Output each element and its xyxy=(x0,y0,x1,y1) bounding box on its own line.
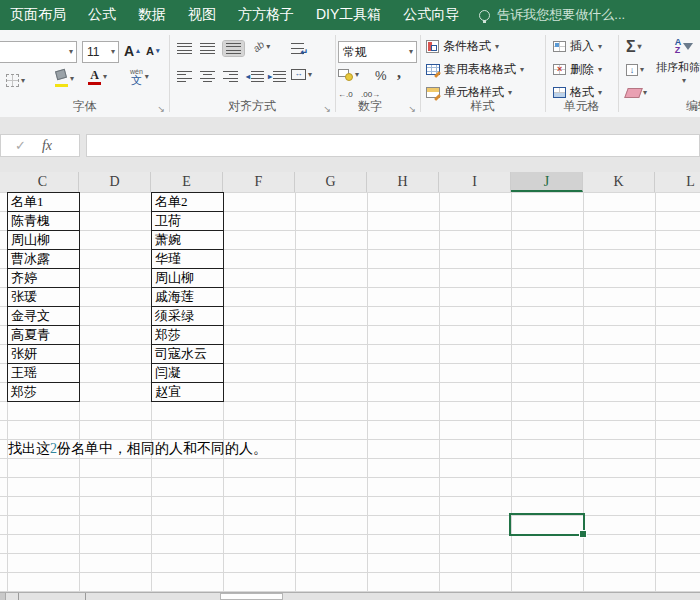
top-align-button[interactable] xyxy=(177,43,192,54)
ribbon-tab-6[interactable]: 公式向导 xyxy=(403,6,459,24)
accounting-format-button[interactable]: ▾ xyxy=(338,69,359,81)
column-header-J[interactable]: J xyxy=(511,172,583,192)
name-cell[interactable]: 张瑗 xyxy=(7,287,80,307)
column-header-L[interactable]: L xyxy=(655,172,700,192)
ribbon-tab-2[interactable]: 数据 xyxy=(138,6,166,24)
chevron-down-icon: ▾ xyxy=(598,66,602,74)
decrease-font-size-button[interactable]: A▾ xyxy=(146,45,159,57)
chevron-down-icon[interactable]: ▾ xyxy=(145,73,149,81)
name-cell[interactable]: 萧婉 xyxy=(151,230,224,250)
number-dialog-launcher-icon[interactable]: ↘ xyxy=(408,105,416,114)
list-header-cell[interactable]: 名单1 xyxy=(7,192,80,212)
bottom-align-button[interactable] xyxy=(223,41,244,56)
paint-bucket-icon xyxy=(54,70,68,87)
grid[interactable]: 找出这2份名单中，相同的人和不同的人。 名单1陈青槐周山柳曹冰露齐婷张瑗金寻文高… xyxy=(0,192,700,592)
name-cell[interactable]: 周山柳 xyxy=(151,268,224,288)
name-cell[interactable]: 周山柳 xyxy=(7,230,80,250)
insert-function-icon[interactable]: fx xyxy=(42,138,52,154)
percent-style-button[interactable]: % xyxy=(375,68,387,83)
ribbon-tab-5[interactable]: DIY工具箱 xyxy=(316,6,381,24)
chevron-down-icon[interactable]: ▾ xyxy=(406,48,416,56)
name-cell[interactable]: 赵宜 xyxy=(151,382,224,402)
name-cell[interactable]: 陈青槐 xyxy=(7,211,80,231)
chevron-down-icon[interactable]: ▾ xyxy=(103,73,107,81)
column-header-K[interactable]: K xyxy=(583,172,655,192)
insert-cells-button[interactable]: 插入 ▾ xyxy=(553,38,602,55)
name-cell[interactable]: 闫凝 xyxy=(151,363,224,383)
name-cell[interactable]: 王瑶 xyxy=(7,363,80,383)
column-header-I[interactable]: I xyxy=(439,172,511,192)
delete-cells-button[interactable]: × 删除 ▾ xyxy=(553,61,602,78)
orientation-button[interactable]: ab ▾ xyxy=(253,41,270,52)
ribbon-tab-list: 页面布局公式数据视图方方格子DIY工具箱公式向导 xyxy=(0,6,459,24)
fill-color-button[interactable]: ▾ xyxy=(54,70,74,87)
delete-label: 删除 xyxy=(570,61,594,78)
column-header-D[interactable]: D xyxy=(79,172,151,192)
merge-center-button[interactable]: ↔ ▾ xyxy=(291,69,312,80)
name-cell[interactable]: 曹冰露 xyxy=(7,249,80,269)
name-cell[interactable]: 华瑾 xyxy=(151,249,224,269)
phonetic-guide-button[interactable]: wén 文 ▾ xyxy=(130,68,149,86)
chevron-down-icon[interactable]: ▾ xyxy=(266,43,270,51)
name-cell[interactable]: 戚海莲 xyxy=(151,287,224,307)
name-cell[interactable]: 郑莎 xyxy=(151,325,224,345)
align-left-button[interactable] xyxy=(177,71,192,82)
name-cell[interactable]: 齐婷 xyxy=(7,268,80,288)
autosum-button[interactable]: Σ ▾ xyxy=(626,38,642,56)
scrollbar-thumb[interactable] xyxy=(220,593,283,600)
ribbon-tab-0[interactable]: 页面布局 xyxy=(10,6,66,24)
font-color-button[interactable]: A ▾ xyxy=(88,69,107,85)
formula-input[interactable] xyxy=(86,134,700,157)
tell-me-box[interactable]: 告诉我您想要做什么... xyxy=(479,6,625,24)
borders-button[interactable]: ▾ xyxy=(6,74,25,87)
middle-align-button[interactable] xyxy=(200,43,215,54)
horizontal-scrollbar[interactable] xyxy=(0,592,700,600)
chevron-down-icon[interactable]: ▾ xyxy=(308,71,312,79)
wrap-text-button[interactable]: ↵ xyxy=(291,43,304,54)
name-cell[interactable]: 高夏青 xyxy=(7,325,80,345)
eraser-icon xyxy=(624,88,643,98)
ribbon-tab-1[interactable]: 公式 xyxy=(88,6,116,24)
chevron-down-icon[interactable]: ▾ xyxy=(21,77,25,85)
bottom-align-icon xyxy=(226,43,241,54)
chevron-down-icon[interactable]: ▾ xyxy=(66,48,76,56)
column-header-C[interactable]: C xyxy=(7,172,79,192)
align-center-button[interactable] xyxy=(200,71,215,82)
ribbon-tab-3[interactable]: 视图 xyxy=(188,6,216,24)
alignment-dialog-launcher-icon[interactable]: ↘ xyxy=(323,105,331,114)
font-name-combo[interactable]: ▾ xyxy=(0,41,77,63)
column-header-H[interactable]: H xyxy=(367,172,439,192)
number-format-combo[interactable]: 常规 ▾ xyxy=(338,41,417,63)
name-cell[interactable]: 张妍 xyxy=(7,344,80,364)
name-cell[interactable]: 金寻文 xyxy=(7,306,80,326)
name-cell[interactable]: 郑莎 xyxy=(7,382,80,402)
name-cell[interactable]: 须采绿 xyxy=(151,306,224,326)
selected-cell[interactable] xyxy=(509,513,585,536)
format-as-table-button[interactable]: 套用表格格式 ▾ xyxy=(426,61,524,78)
increase-indent-icon: ▸ xyxy=(273,71,286,82)
chevron-down-icon[interactable]: ▾ xyxy=(355,71,359,79)
comma-style-button[interactable]: , xyxy=(397,64,401,82)
column-header-E[interactable]: E xyxy=(151,172,223,192)
enter-check-icon[interactable]: ✓ xyxy=(15,138,26,153)
increase-font-size-button[interactable]: A▴ xyxy=(124,43,140,59)
chevron-down-icon[interactable]: ▾ xyxy=(70,75,74,83)
column-header-F[interactable]: F xyxy=(223,172,295,192)
font-dialog-launcher-icon[interactable]: ↘ xyxy=(157,105,165,114)
decrease-indent-button[interactable]: ◂ xyxy=(251,71,264,82)
fill-button[interactable]: ↓ ▾ xyxy=(626,64,644,76)
sort-filter-button[interactable]: AZ 排序和筛选 ▾ xyxy=(656,38,700,85)
font-size-combo[interactable]: 11 ▾ xyxy=(82,41,119,63)
column-header-G[interactable]: G xyxy=(295,172,367,192)
name-cell[interactable]: 卫荷 xyxy=(151,211,224,231)
align-right-button[interactable] xyxy=(223,71,238,82)
clear-button[interactable]: ▾ xyxy=(626,88,647,98)
fill-handle[interactable] xyxy=(579,530,587,538)
increase-indent-button[interactable]: ▸ xyxy=(273,71,286,82)
conditional-formatting-button[interactable]: 条件格式 ▾ xyxy=(426,38,499,55)
instruction-number: 2 xyxy=(50,441,57,456)
name-cell[interactable]: 司寇水云 xyxy=(151,344,224,364)
ribbon-tab-4[interactable]: 方方格子 xyxy=(238,6,294,24)
list-header-cell[interactable]: 名单2 xyxy=(151,192,224,212)
chevron-down-icon[interactable]: ▾ xyxy=(108,48,118,56)
